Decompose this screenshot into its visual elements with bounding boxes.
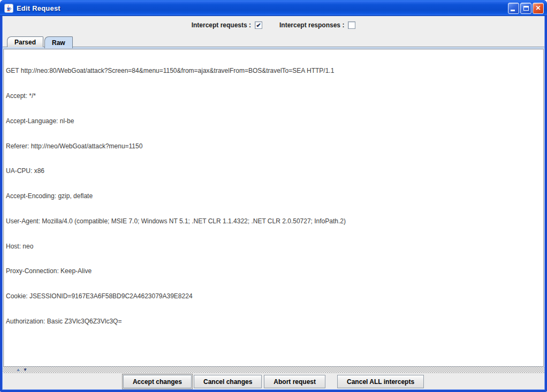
footer-button-bar: Accept changes Cancel changes Abort requ… xyxy=(2,373,545,390)
request-line: Host: neo xyxy=(6,243,543,251)
intercept-requests-label: Intercept requests : xyxy=(192,21,251,29)
request-line: Accept: */* xyxy=(6,92,543,101)
request-line: Authorization: Basic Z3Vlc3Q6Z3Vlc3Q= xyxy=(6,318,543,326)
request-line: Proxy-Connection: Keep-Alive xyxy=(6,267,543,276)
maximize-button[interactable] xyxy=(520,3,531,14)
request-line: UA-CPU: x86 xyxy=(6,167,543,176)
minimize-icon xyxy=(511,10,515,11)
accept-changes-button[interactable]: Accept changes xyxy=(123,375,192,388)
minimize-button[interactable] xyxy=(508,3,519,14)
checkmark-icon: ✔ xyxy=(256,22,261,28)
tab-parsed-label: Parsed xyxy=(14,39,36,46)
request-line: User-Agent: Mozilla/4.0 (compatible; MSI… xyxy=(6,217,543,226)
split-pane-divider[interactable]: ▲ ▼ xyxy=(2,367,545,373)
raw-request-textarea[interactable]: GET http://neo:80/WebGoat/attack?Screen=… xyxy=(3,49,544,367)
edit-request-window: Edit Request ✕ Intercept requests : ✔ In… xyxy=(0,0,547,392)
window-controls: ✕ xyxy=(508,3,544,14)
title-bar[interactable]: Edit Request ✕ xyxy=(0,0,547,16)
splitter-collapse-down-icon[interactable]: ▼ xyxy=(23,368,27,372)
intercept-responses-checkbox[interactable] xyxy=(348,21,355,29)
request-line: Accept-Encoding: gzip, deflate xyxy=(6,192,543,201)
splitter-collapse-up-icon[interactable]: ▲ xyxy=(16,368,20,372)
java-cup-icon xyxy=(4,4,13,13)
view-tabs: Parsed Raw xyxy=(2,34,545,47)
client-area: Intercept requests : ✔ Intercept respons… xyxy=(2,16,545,390)
cancel-all-intercepts-button[interactable]: Cancel ALL intercepts xyxy=(337,375,424,388)
window-title: Edit Request xyxy=(17,4,508,12)
tab-parsed[interactable]: Parsed xyxy=(7,36,43,47)
intercept-toolbar: Intercept requests : ✔ Intercept respons… xyxy=(2,16,545,34)
request-line: Accept-Language: nl-be xyxy=(6,117,543,126)
request-line: Referer: http://neo/WebGoat/attack?menu=… xyxy=(6,142,543,151)
close-icon: ✕ xyxy=(535,5,541,11)
intercept-requests-checkbox[interactable]: ✔ xyxy=(255,21,262,29)
tab-raw-label: Raw xyxy=(52,39,65,47)
request-line: GET http://neo:80/WebGoat/attack?Screen=… xyxy=(6,67,543,76)
tab-raw[interactable]: Raw xyxy=(44,36,73,48)
intercept-responses-label: Intercept responses : xyxy=(279,21,344,29)
maximize-icon xyxy=(523,6,529,11)
abort-request-button[interactable]: Abort request xyxy=(264,375,325,388)
request-line: Cookie: JSESSIONID=9167E3A6F58BD9C2A4623… xyxy=(6,292,543,301)
cancel-changes-button[interactable]: Cancel changes xyxy=(194,375,262,388)
editor-wrap: GET http://neo:80/WebGoat/attack?Screen=… xyxy=(2,49,545,367)
close-button[interactable]: ✕ xyxy=(533,3,544,14)
